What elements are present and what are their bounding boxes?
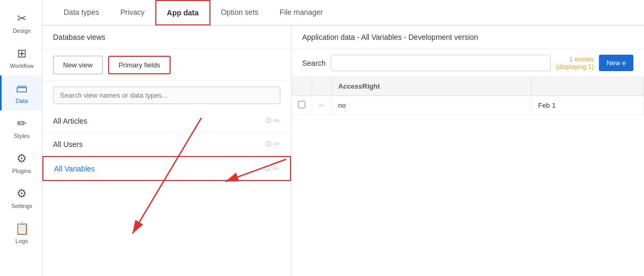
tab-privacy[interactable]: Privacy: [110, 0, 155, 25]
primary-fields-button[interactable]: Primary fields: [108, 56, 171, 74]
tabs-bar: Data types Privacy App data Option sets …: [42, 0, 644, 25]
settings-icon: ⚙: [16, 187, 27, 201]
td-value: no: [332, 96, 532, 115]
left-panel: Database views New view Primary fields A…: [42, 25, 292, 276]
view-item-all-variables[interactable]: All Variables ⧉ ✏: [42, 156, 291, 181]
view-icons-all-users: ⧉ ✏: [266, 139, 280, 149]
tab-file-manager[interactable]: File manager: [269, 0, 334, 25]
view-name-all-variables: All Variables: [54, 165, 260, 173]
td-date: Feb 1: [532, 96, 644, 115]
view-item-all-users[interactable]: All Users ⧉ ✏: [42, 133, 291, 156]
entries-count: 1 entries: [556, 56, 594, 63]
th-access-right: AccessRight: [332, 77, 532, 96]
entries-info: 1 entries (displaying 1): [556, 56, 594, 71]
content-area: Database views New view Primary fields A…: [42, 25, 644, 276]
workflow-icon: ⊞: [17, 47, 27, 61]
sidebar-label-logs: Logs: [15, 238, 28, 244]
td-checkbox: [292, 96, 312, 115]
sidebar-item-plugins[interactable]: ⚙ Plugins: [0, 145, 42, 180]
copy-icon-all-users[interactable]: ⧉: [266, 139, 271, 149]
view-icons-all-variables: ⧉ ✏: [264, 163, 279, 174]
logs-icon: 📋: [15, 222, 29, 236]
sidebar-item-data[interactable]: 🗃 Data: [0, 75, 42, 110]
entries-displaying: (displaying 1): [556, 63, 594, 71]
row-checkbox[interactable]: [298, 101, 305, 108]
edit-icon-all-users[interactable]: ✏: [274, 139, 280, 149]
search-views-input[interactable]: [53, 87, 280, 104]
table-header-row: AccessRight: [292, 77, 644, 96]
main-content: Data types Privacy App data Option sets …: [42, 0, 644, 276]
edit-icon-all-articles[interactable]: ✏: [274, 116, 280, 126]
table-row: ✏ no Feb 1: [292, 96, 644, 115]
search-data-input[interactable]: [331, 55, 550, 71]
database-views-header: Database views: [42, 25, 291, 49]
sidebar-item-logs[interactable]: 📋 Logs: [0, 215, 42, 251]
view-name-all-articles: All Articles: [53, 117, 261, 125]
sidebar-label-plugins: Plugins: [12, 168, 31, 174]
th-date: [532, 77, 644, 96]
sidebar-label-styles: Styles: [14, 133, 30, 139]
th-edit: [312, 77, 332, 96]
right-panel: Application data - All Variables - Devel…: [292, 25, 644, 276]
sidebar-item-design[interactable]: ✂ Design: [0, 5, 42, 40]
view-icons-all-articles: ⧉ ✏: [266, 116, 280, 126]
sidebar-item-settings[interactable]: ⚙ Settings: [0, 180, 42, 215]
app-data-header: Application data - All Variables - Devel…: [292, 25, 644, 49]
tab-data-types[interactable]: Data types: [53, 0, 110, 25]
td-edit: ✏: [312, 96, 332, 115]
sidebar-label-data: Data: [15, 98, 28, 104]
search-label: Search: [302, 59, 325, 67]
new-view-button[interactable]: New view: [53, 56, 103, 74]
scissors-icon: ✂: [17, 12, 27, 25]
tab-option-sets[interactable]: Option sets: [210, 0, 269, 25]
right-toolbar: Search 1 entries (displaying 1) New e: [292, 49, 644, 77]
sidebar: ✂ Design ⊞ Workflow 🗃 Data ✏ Styles ⚙ Pl…: [0, 0, 42, 276]
row-edit-icon[interactable]: ✏: [319, 101, 325, 110]
edit-icon-all-variables[interactable]: ✏: [272, 163, 279, 174]
tab-app-data[interactable]: App data: [155, 0, 210, 25]
sidebar-label-design: Design: [13, 28, 31, 34]
sidebar-label-workflow: Workflow: [10, 63, 33, 69]
sidebar-item-workflow[interactable]: ⊞ Workflow: [0, 40, 42, 75]
sidebar-label-settings: Settings: [11, 203, 32, 209]
plugins-icon: ⚙: [16, 152, 27, 166]
view-item-all-articles[interactable]: All Articles ⧉ ✏: [42, 109, 291, 133]
views-list: All Articles ⧉ ✏ All Users ⧉ ✏: [42, 109, 291, 276]
data-table: AccessRight ✏: [292, 77, 644, 115]
copy-icon-all-articles[interactable]: ⧉: [266, 116, 271, 126]
sidebar-item-styles[interactable]: ✏ Styles: [0, 110, 42, 145]
data-table-wrapper: AccessRight ✏: [292, 77, 644, 276]
th-checkbox: [292, 77, 312, 96]
view-name-all-users: All Users: [53, 140, 261, 149]
new-entry-button[interactable]: New e: [599, 55, 633, 71]
copy-icon-all-variables[interactable]: ⧉: [264, 163, 270, 174]
data-icon: 🗃: [16, 82, 28, 96]
styles-icon: ✏: [17, 117, 27, 131]
left-panel-buttons: New view Primary fields: [42, 49, 291, 81]
